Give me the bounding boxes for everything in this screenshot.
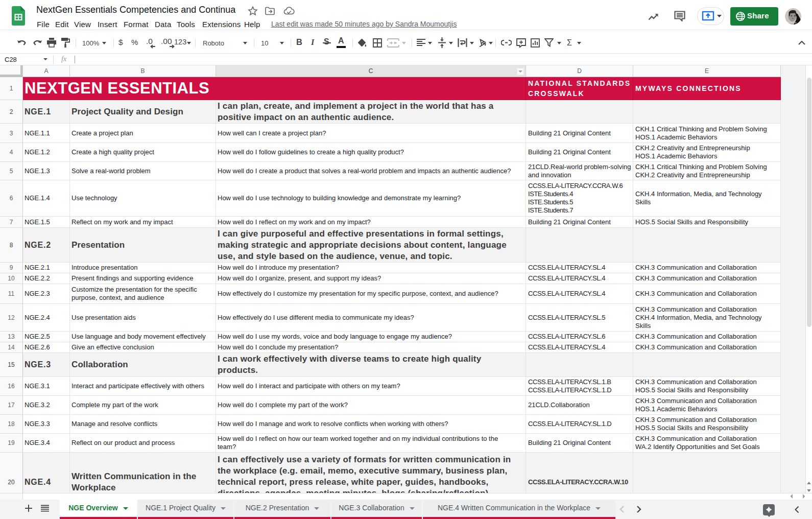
svg-text:R PERSON: R PERSON [788, 22, 797, 24]
